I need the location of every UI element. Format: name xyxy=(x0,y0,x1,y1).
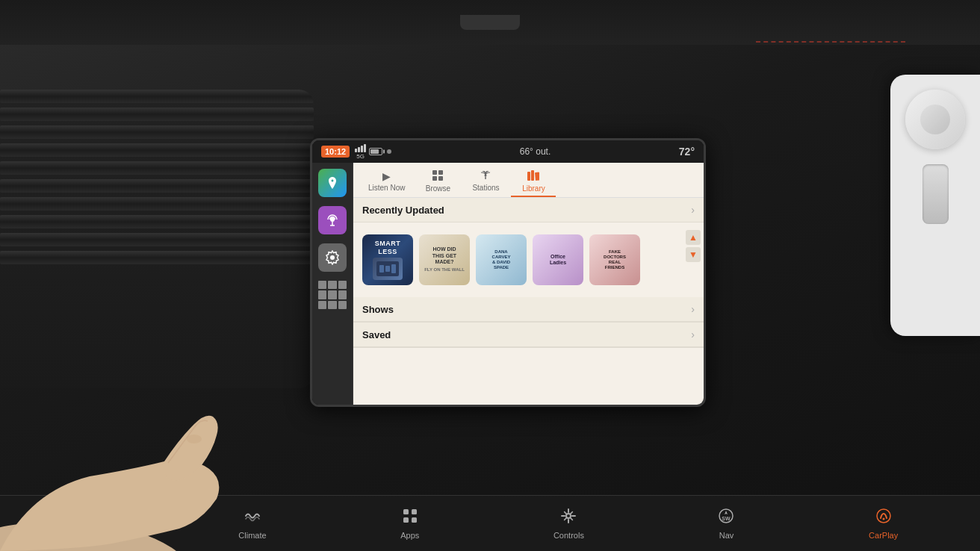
saved-section: Saved › xyxy=(353,323,704,348)
battery-icon xyxy=(369,148,382,155)
svg-rect-11 xyxy=(531,170,534,181)
nav-carplay-label: CarPlay xyxy=(869,531,898,540)
sidebar-item-podcasts[interactable] xyxy=(318,206,347,234)
svg-point-16 xyxy=(95,510,97,512)
recently-updated-header[interactable]: Recently Updated › xyxy=(353,198,704,222)
grid-dot xyxy=(318,290,326,299)
nav-item-carplay[interactable]: CarPlay xyxy=(861,503,905,544)
tab-listen-now[interactable]: ▶ Listen Now xyxy=(361,167,412,197)
content-area: Recently Updated › SMARTLESS xyxy=(353,198,704,405)
vent-slat xyxy=(0,125,314,139)
recently-updated-title: Recently Updated xyxy=(362,205,444,216)
svg-rect-21 xyxy=(412,517,417,523)
left-vent xyxy=(0,90,314,388)
content-panel: ▶ Listen Now Browse xyxy=(353,163,704,405)
signal-type: 5G xyxy=(356,153,365,160)
signal-bar-2 xyxy=(358,147,360,152)
signal-bar-3 xyxy=(361,146,363,152)
carplay-screen: 10:12 5G 66° out. 72° xyxy=(312,140,704,405)
svg-point-17 xyxy=(98,513,100,515)
podcast-fake-doctors[interactable]: FAKEDOCTORSREALFRIENDS xyxy=(589,234,640,285)
shows-header[interactable]: Shows › xyxy=(353,297,704,322)
screen-bezel: 10:12 5G 66° out. 72° xyxy=(310,138,706,407)
podcast-row: SMARTLESS xyxy=(353,228,704,291)
tab-stations[interactable]: Stations xyxy=(463,167,508,197)
signal-bar-4 xyxy=(364,144,366,152)
podcast-smartless[interactable]: SMARTLESS xyxy=(362,234,413,285)
device-inner xyxy=(920,105,950,134)
tab-bar: ▶ Listen Now Browse xyxy=(353,163,704,198)
nav-item-apps[interactable]: Apps xyxy=(393,503,427,544)
cable xyxy=(460,15,520,30)
status-temp-cabin: 72° xyxy=(679,146,695,158)
sidebar-item-settings[interactable] xyxy=(318,243,347,272)
svg-text:SW: SW xyxy=(722,516,731,521)
grid-dot xyxy=(328,301,336,309)
sidebar xyxy=(312,163,353,405)
browse-icon xyxy=(432,170,443,183)
shows-chevron: › xyxy=(691,303,695,315)
library-icon xyxy=(527,170,539,183)
controls-icon xyxy=(560,508,577,528)
scroll-down-button[interactable]: ▼ xyxy=(686,247,701,262)
recently-updated-chevron: › xyxy=(691,204,695,216)
grid-dot xyxy=(328,290,336,299)
svg-rect-5 xyxy=(438,170,443,175)
vent-slat xyxy=(0,233,314,246)
right-device xyxy=(890,75,980,336)
scroll-up-button[interactable]: ▲ xyxy=(686,230,701,245)
status-time: 10:12 xyxy=(321,146,350,158)
vent-slat xyxy=(0,143,314,157)
tab-browse[interactable]: Browse xyxy=(415,167,460,197)
nav-item-media[interactable]: Media xyxy=(75,503,112,544)
scroll-controls: ▲ ▼ xyxy=(686,230,701,262)
svg-rect-7 xyxy=(438,176,443,181)
grid-dot xyxy=(318,301,326,309)
sidebar-item-apps-grid[interactable] xyxy=(318,281,347,309)
grid-dot xyxy=(318,281,326,289)
nav-climate-label: Climate xyxy=(238,531,266,540)
nav-controls-label: Controls xyxy=(553,531,584,540)
svg-rect-4 xyxy=(432,170,437,175)
svg-point-8 xyxy=(485,175,487,177)
battery-fill xyxy=(370,149,379,154)
bottom-nav: Media Climate Apps xyxy=(0,495,980,551)
vent-slat xyxy=(0,90,314,103)
svg-point-3 xyxy=(330,255,335,260)
vent-slat xyxy=(0,251,314,264)
nav-item-nav[interactable]: SW Nav xyxy=(710,503,742,544)
signal-bars xyxy=(355,144,366,152)
tab-library[interactable]: Library xyxy=(511,167,556,197)
podcast-dana[interactable]: DANACARVEY& DAVIDSPADE xyxy=(476,234,527,285)
status-left: 10:12 5G xyxy=(321,144,391,160)
recently-updated-section: Recently Updated › SMARTLESS xyxy=(353,198,704,297)
top-bar xyxy=(0,0,980,45)
svg-point-26 xyxy=(882,517,884,520)
svg-rect-19 xyxy=(412,509,417,514)
grid-dot xyxy=(338,290,347,299)
nav-media-label: Media xyxy=(82,531,105,540)
device-circle xyxy=(905,90,965,149)
stations-icon xyxy=(480,170,491,182)
nav-item-controls[interactable]: Controls xyxy=(546,503,592,544)
apps-icon xyxy=(402,508,418,528)
nav-nav-label: Nav xyxy=(719,531,734,540)
podcast-howdid[interactable]: HOW DIDTHIS GETMADE? FLY ON THE WALL xyxy=(419,234,470,285)
listen-now-icon: ▶ xyxy=(382,170,391,182)
saved-header[interactable]: Saved › xyxy=(353,323,704,347)
device-button xyxy=(922,164,949,224)
tab-listen-now-label: Listen Now xyxy=(368,184,405,192)
svg-rect-12 xyxy=(535,172,539,180)
vent-slat xyxy=(0,161,314,175)
vent-slat xyxy=(0,179,314,193)
svg-rect-18 xyxy=(403,509,409,514)
svg-point-15 xyxy=(86,514,88,517)
shows-title: Shows xyxy=(362,304,394,315)
climate-icon xyxy=(244,508,261,528)
nav-item-climate[interactable]: Climate xyxy=(231,503,273,544)
svg-point-25 xyxy=(877,509,890,523)
sidebar-item-maps[interactable] xyxy=(318,169,347,197)
saved-chevron: › xyxy=(691,329,695,340)
podcast-office-ladies[interactable]: OfficeLadies xyxy=(533,234,583,285)
vent-slat xyxy=(0,197,314,211)
